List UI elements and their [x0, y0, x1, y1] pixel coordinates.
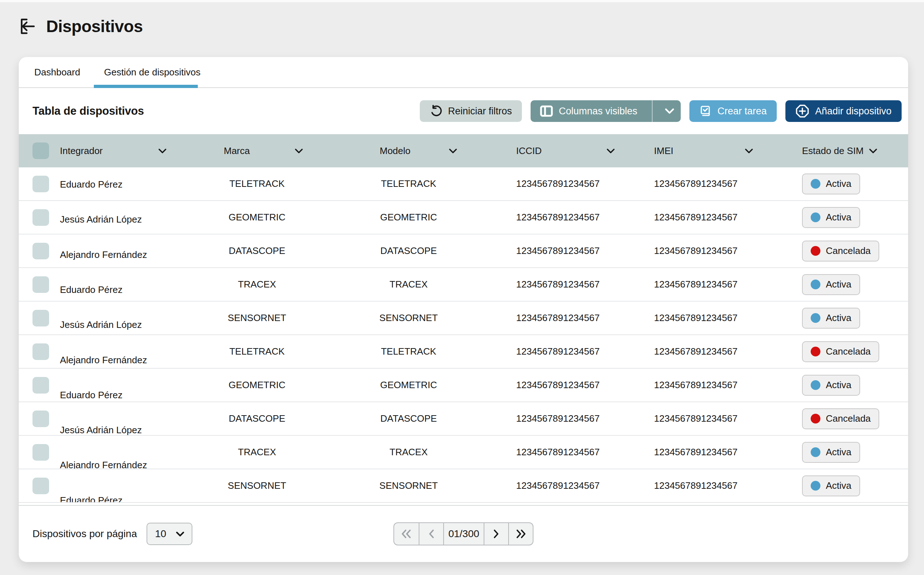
visible-columns-caret[interactable]	[658, 100, 681, 122]
status-dot	[811, 347, 821, 356]
row-checkbox[interactable]	[32, 377, 49, 394]
column-label: Integrador	[60, 145, 103, 157]
chevron-down-icon	[176, 531, 184, 537]
cell-iccid: 1234567891234567	[506, 380, 643, 391]
split-divider	[652, 100, 652, 122]
sim-status-badge: Activa	[802, 375, 860, 396]
cell-integrator: Eduardo Pérez	[59, 279, 203, 290]
cell-iccid: 1234567891234567	[506, 346, 643, 357]
sim-status-label: Cancelada	[826, 413, 871, 424]
pagination-first-button[interactable]	[394, 523, 419, 545]
row-checkbox-cell	[32, 310, 59, 326]
row-checkbox[interactable]	[32, 444, 49, 461]
cell-brand: TELETRACK	[203, 346, 311, 357]
per-page-control: Dispositivos por página 10	[32, 523, 192, 545]
back-arrow-icon[interactable]	[18, 17, 38, 36]
table-header-row: Integrador Marca Modelo ICCID IMEI	[19, 134, 908, 167]
pagination-prev-button[interactable]	[419, 523, 443, 545]
row-checkbox-cell	[32, 343, 59, 360]
integrator-name: Eduardo Pérez	[60, 389, 122, 401]
column-label: Estado de SIM	[802, 145, 864, 157]
row-checkbox[interactable]	[32, 209, 49, 226]
cell-iccid: 1234567891234567	[506, 212, 643, 223]
table-row: Jesús Adrián LópezSENSORNETSENSORNET1234…	[19, 302, 908, 335]
cell-model: DATASCOPE	[311, 413, 506, 424]
chevron-down-icon[interactable]	[294, 148, 303, 154]
sim-status-label: Activa	[826, 178, 851, 189]
create-task-button[interactable]: Crear tarea	[689, 100, 777, 122]
integrator-name: Jesús Adrián López	[60, 214, 142, 225]
row-checkbox-cell	[32, 276, 59, 293]
cell-brand: SENSORNET	[203, 312, 311, 324]
sim-status-badge: Activa	[802, 207, 860, 228]
row-checkbox[interactable]	[32, 310, 49, 326]
integrator-name: Eduardo Pérez	[60, 284, 122, 295]
create-task-label: Crear tarea	[717, 106, 767, 117]
cell-integrator: Eduardo Pérez	[59, 178, 203, 189]
row-checkbox[interactable]	[32, 176, 49, 192]
toolbar-buttons: Reiniciar filtros Columnas visibles	[420, 100, 902, 122]
visible-columns-button[interactable]: Columnas visibles	[531, 100, 681, 122]
task-check-icon	[700, 105, 712, 117]
undo-rotate-icon	[430, 105, 442, 117]
tab-dashboard[interactable]: Dashboard	[34, 57, 80, 87]
sim-status-label: Cancelada	[826, 245, 871, 256]
cell-model: GEOMETRIC	[311, 380, 506, 391]
chevron-down-icon[interactable]	[158, 148, 167, 154]
column-header-imei[interactable]: IMEI	[643, 145, 787, 157]
status-dot	[811, 380, 821, 390]
row-checkbox-cell	[32, 478, 59, 494]
chevron-down-icon[interactable]	[448, 148, 457, 154]
sim-status-badge: Activa	[802, 442, 860, 463]
row-checkbox[interactable]	[32, 410, 49, 427]
row-checkbox[interactable]	[32, 243, 49, 259]
select-all-checkbox[interactable]	[32, 143, 49, 159]
row-checkbox[interactable]	[32, 343, 49, 360]
cell-integrator: Jesús Adrián López	[59, 413, 203, 424]
table-row: Eduardo PérezTRACEXTRACEX123456789123456…	[19, 268, 908, 302]
chevron-down-icon[interactable]	[606, 148, 615, 154]
add-device-button[interactable]: Añadir dispositivo	[786, 100, 902, 122]
chevron-down-icon[interactable]	[869, 148, 878, 154]
column-header-estado-sim[interactable]: Estado de SIM	[787, 145, 894, 157]
table-row: Alejandro FernándezDATASCOPEDATASCOPE123…	[19, 235, 908, 268]
page-header: Dispositivos	[0, 0, 924, 36]
cell-integrator: Alejandro Fernández	[59, 446, 203, 458]
sim-status-badge: Activa	[802, 308, 860, 329]
column-label: Marca	[224, 145, 250, 157]
cell-imei: 1234567891234567	[643, 413, 787, 424]
status-dot	[811, 447, 821, 457]
row-checkbox[interactable]	[32, 478, 49, 494]
top-strip	[0, 0, 924, 2]
table-row: Eduardo PérezGEOMETRICGEOMETRIC123456789…	[19, 369, 908, 402]
cell-model: TRACEX	[311, 279, 506, 290]
row-checkbox-cell	[32, 377, 59, 394]
column-header-modelo[interactable]: Modelo	[311, 145, 506, 157]
pagination-last-button[interactable]	[508, 523, 533, 545]
table-heading: Tabla de dispositivos	[32, 105, 144, 118]
cell-brand: TRACEX	[203, 279, 311, 290]
column-header-marca[interactable]: Marca	[203, 145, 311, 157]
devices-card: Dashboard Gestión de dispositivos Tabla …	[19, 57, 908, 562]
column-header-iccid[interactable]: ICCID	[506, 145, 643, 157]
per-page-select[interactable]: 10	[146, 523, 192, 545]
visible-columns-main[interactable]: Columnas visibles	[531, 100, 646, 122]
page-indicator: 01/300	[443, 523, 483, 545]
table-toolbar: Tabla de dispositivos Reiniciar filtros	[19, 88, 908, 134]
cell-integrator: Alejandro Fernández	[59, 245, 203, 256]
double-chevron-left-icon	[401, 529, 412, 538]
row-checkbox-cell	[32, 410, 59, 427]
sim-status-badge: Activa	[802, 173, 860, 194]
cell-iccid: 1234567891234567	[506, 245, 643, 256]
sim-status-label: Activa	[826, 312, 851, 324]
column-header-integrador[interactable]: Integrador	[59, 145, 203, 157]
column-label: Modelo	[380, 145, 410, 157]
cell-brand: DATASCOPE	[203, 413, 311, 424]
row-checkbox[interactable]	[32, 276, 49, 293]
pagination-next-button[interactable]	[483, 523, 508, 545]
table-row: Alejandro FernándezTELETRACKTELETRACK123…	[19, 335, 908, 369]
reset-filters-button[interactable]: Reiniciar filtros	[420, 100, 522, 122]
tab-device-management[interactable]: Gestión de dispositivos	[104, 57, 200, 87]
chevron-down-icon[interactable]	[744, 148, 753, 154]
sim-status-label: Activa	[826, 279, 851, 290]
